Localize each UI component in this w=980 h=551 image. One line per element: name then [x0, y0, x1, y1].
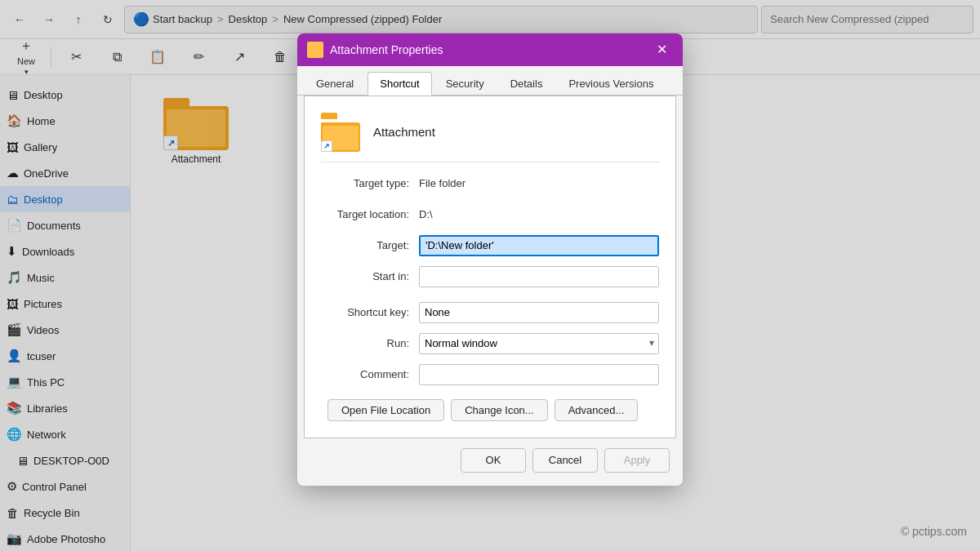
target-location-label: Target location:	[321, 208, 419, 220]
comment-label: Comment:	[321, 368, 419, 380]
tab-previous-versions[interactable]: Previous Versions	[556, 72, 666, 96]
form-row-run: Run: Normal window Minimized Maximized ▾	[321, 332, 659, 355]
cancel-button[interactable]: Cancel	[532, 448, 598, 473]
apply-button[interactable]: Apply	[604, 448, 670, 473]
tab-security[interactable]: Security	[434, 72, 497, 96]
modal-overlay: Attachment Properties ✕ General Shortcut…	[0, 0, 980, 551]
change-icon-button[interactable]: Change Icon...	[451, 399, 548, 421]
form-row-target: Target:	[321, 234, 659, 257]
comment-input[interactable]	[419, 364, 659, 385]
shortcut-key-label: Shortcut key:	[321, 306, 419, 318]
run-label: Run:	[321, 337, 419, 349]
file-info-name: Attachment	[373, 125, 435, 139]
dialog-title-icon	[307, 42, 323, 58]
form-row-target-location: Target location: D:\	[321, 203, 659, 226]
tab-shortcut[interactable]: Shortcut	[368, 72, 431, 96]
shortcut-key-input[interactable]	[419, 302, 659, 323]
form-row-start-in: Start in:	[321, 265, 659, 288]
dialog-close-button[interactable]: ✕	[650, 38, 673, 61]
dialog-footer: OK Cancel Apply	[297, 438, 683, 486]
tab-details[interactable]: Details	[498, 72, 555, 96]
form-row-shortcut-key: Shortcut key:	[321, 301, 659, 324]
dialog-tabs: General Shortcut Security Details Previo…	[297, 66, 683, 96]
target-input[interactable]	[419, 235, 659, 256]
fi-shortcut-icon: ↗	[321, 140, 332, 152]
target-location-value: D:\	[419, 208, 433, 220]
target-label: Target:	[321, 239, 419, 251]
file-info-row: ↗ Attachment	[321, 109, 659, 162]
advanced-button[interactable]: Advanced...	[555, 399, 639, 421]
form-row-target-type: Target type: File folder	[321, 172, 659, 195]
tab-general[interactable]: General	[304, 72, 366, 96]
dialog-titlebar: Attachment Properties ✕	[297, 33, 683, 66]
start-in-input[interactable]	[419, 266, 659, 287]
open-file-location-button[interactable]: Open File Location	[327, 399, 444, 421]
run-select[interactable]: Normal window Minimized Maximized	[419, 333, 659, 354]
run-select-wrap: Normal window Minimized Maximized ▾	[419, 333, 659, 354]
target-type-value: File folder	[419, 177, 466, 189]
dialog-title-text: Attachment Properties	[330, 43, 644, 56]
file-info-icon: ↗	[321, 113, 360, 152]
dialog-action-row: Open File Location Change Icon... Advanc…	[321, 399, 659, 421]
start-in-label: Start in:	[321, 270, 419, 282]
properties-dialog: Attachment Properties ✕ General Shortcut…	[297, 33, 683, 486]
form-row-comment: Comment:	[321, 363, 659, 386]
target-type-label: Target type:	[321, 177, 419, 189]
ok-button[interactable]: OK	[461, 448, 526, 473]
dialog-body: ↗ Attachment Target type: File folder Ta…	[304, 96, 676, 438]
